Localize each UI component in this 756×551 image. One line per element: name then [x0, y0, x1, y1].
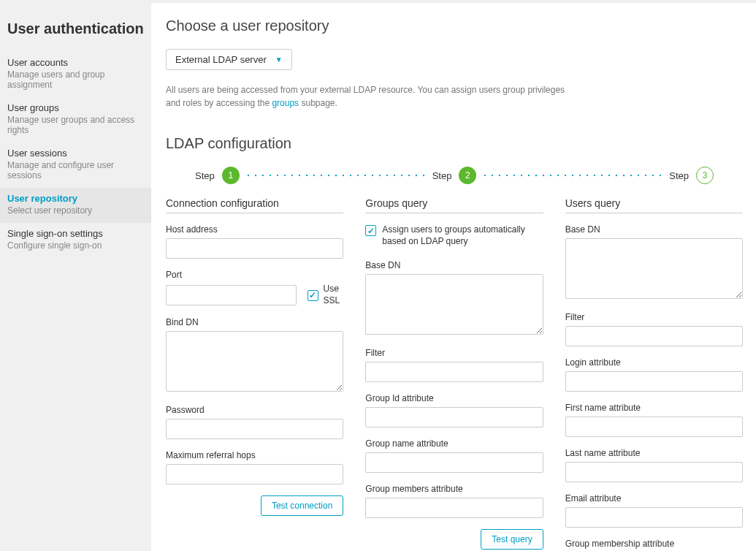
bind-dn-label: Bind DN — [166, 317, 343, 327]
step-1: Step 1 — [195, 167, 240, 184]
sidebar-item-user-sessions[interactable]: User sessions Manage and configure user … — [0, 142, 151, 188]
email-attr-input[interactable] — [565, 507, 743, 528]
steps-indicator: Step 1 Step 2 Step 3 — [166, 167, 743, 184]
column-heading: Users query — [565, 197, 743, 213]
users-base-dn-label: Base DN — [565, 224, 743, 235]
group-members-input[interactable] — [365, 498, 543, 518]
test-connection-button[interactable]: Test connection — [261, 495, 343, 516]
sidebar-item-title: User sessions — [7, 148, 144, 159]
column-heading: Groups query — [365, 197, 543, 213]
step-label: Step — [669, 170, 689, 181]
ldap-config-title: LDAP configuration — [166, 135, 743, 152]
step-divider — [245, 175, 427, 176]
port-input[interactable] — [166, 285, 297, 305]
step-number: 1 — [222, 167, 240, 184]
login-attr-label: Login attribute — [565, 357, 743, 368]
dropdown-value: External LDAP server — [175, 54, 267, 65]
step-number: 3 — [696, 167, 714, 184]
step-label: Step — [432, 170, 452, 181]
sidebar-heading: User authentication — [0, 15, 151, 52]
port-label: Port — [166, 270, 343, 280]
step-divider — [482, 175, 663, 176]
group-members-label: Group members attribute — [365, 484, 543, 494]
users-filter-label: Filter — [565, 312, 743, 322]
membership-attr-label: Group membership attribute — [565, 539, 743, 549]
groups-base-dn-label: Base DN — [365, 260, 543, 270]
last-name-attr-input[interactable] — [565, 462, 743, 482]
sidebar-item-sso-settings[interactable]: Single sign-on settings Configure single… — [0, 223, 151, 258]
last-name-attr-label: Last name attribute — [565, 448, 743, 458]
sidebar-item-user-accounts[interactable]: User accounts Manage users and group ass… — [0, 52, 151, 97]
login-attr-input[interactable] — [565, 371, 743, 392]
main-content: Choose a user repository External LDAP s… — [151, 0, 756, 551]
connection-config-column: Connection configuration Host address Po… — [166, 197, 343, 551]
email-attr-label: Email attribute — [565, 493, 743, 503]
sidebar-item-desc: Manage user groups and access rights — [7, 115, 144, 135]
bind-dn-input[interactable] — [166, 331, 343, 392]
host-address-label: Host address — [166, 224, 343, 235]
sidebar-item-title: User accounts — [7, 57, 144, 68]
sidebar-item-desc: Configure single sign-on — [7, 240, 144, 251]
use-ssl-checkbox[interactable] — [308, 290, 318, 301]
groups-query-column: Groups query Assign users to groups auto… — [365, 197, 543, 551]
auto-assign-label: Assign users to groups automatically bas… — [382, 224, 543, 247]
users-base-dn-input[interactable] — [565, 238, 743, 299]
max-hops-label: Maximum referral hops — [166, 450, 343, 460]
groups-test-query-button[interactable]: Test query — [481, 529, 543, 550]
help-text: All users are being accessed from your e… — [166, 83, 575, 110]
step-label: Step — [195, 170, 215, 181]
step-2: Step 2 — [432, 167, 477, 184]
host-address-input[interactable] — [166, 238, 343, 259]
use-ssl-label: Use SSL — [324, 284, 344, 306]
groups-link[interactable]: groups — [272, 98, 299, 108]
sidebar-item-user-repository[interactable]: User repository Select user repository — [0, 188, 151, 223]
sidebar-item-user-groups[interactable]: User groups Manage user groups and acces… — [0, 97, 151, 142]
users-query-column: Users query Base DN Filter Login attribu… — [565, 197, 743, 551]
group-id-input[interactable] — [365, 407, 543, 428]
step-3: Step 3 — [669, 167, 714, 184]
page-title: Choose a user repository — [166, 18, 743, 34]
step-number: 2 — [459, 167, 476, 184]
sidebar: User authentication User accounts Manage… — [0, 0, 151, 551]
password-input[interactable] — [166, 419, 343, 439]
column-heading: Connection configuration — [166, 197, 343, 213]
password-label: Password — [166, 405, 343, 415]
users-filter-input[interactable] — [565, 326, 743, 346]
sidebar-item-title: Single sign-on settings — [7, 228, 144, 239]
auto-assign-checkbox[interactable] — [365, 225, 376, 236]
repository-dropdown[interactable]: External LDAP server ▼ — [166, 49, 292, 70]
groups-filter-input[interactable] — [365, 362, 543, 382]
sidebar-item-title: User repository — [7, 193, 144, 204]
groups-base-dn-input[interactable] — [365, 274, 543, 335]
groups-filter-label: Filter — [365, 348, 543, 358]
sidebar-item-desc: Select user repository — [7, 205, 144, 216]
sidebar-item-desc: Manage users and group assignment — [7, 69, 144, 90]
first-name-attr-label: First name attribute — [565, 403, 743, 413]
sidebar-item-title: User groups — [7, 102, 144, 113]
chevron-down-icon: ▼ — [275, 56, 283, 64]
first-name-attr-input[interactable] — [565, 417, 743, 437]
sidebar-item-desc: Manage and configure user sessions — [7, 160, 144, 180]
group-name-label: Group name attribute — [365, 438, 543, 449]
max-hops-input[interactable] — [166, 464, 343, 484]
group-name-input[interactable] — [365, 452, 543, 473]
group-id-label: Group Id attribute — [365, 393, 543, 403]
